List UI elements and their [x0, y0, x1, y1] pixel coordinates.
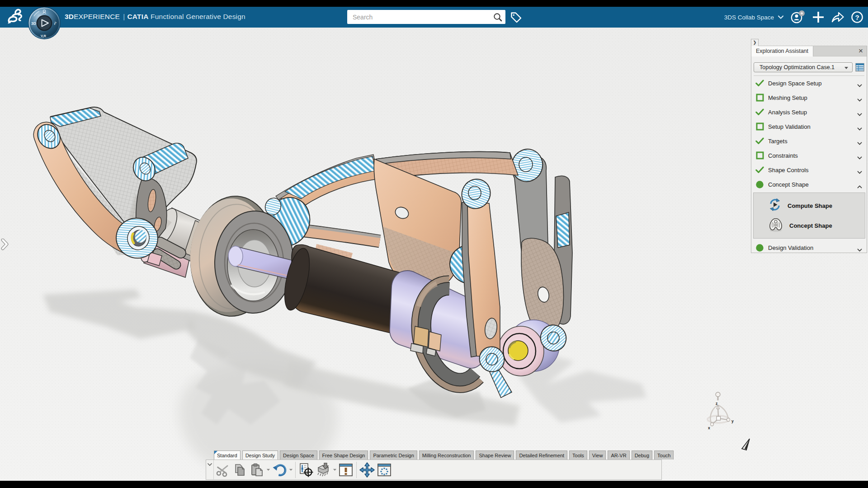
press-stamp-icon[interactable] — [315, 461, 332, 479]
3ds-logo-icon[interactable] — [6, 8, 23, 25]
svg-text:3D: 3D — [31, 21, 36, 26]
add-icon[interactable] — [812, 11, 825, 23]
tab-label: Debug — [635, 453, 649, 458]
compute-shape-icon — [768, 198, 782, 213]
title-bar-actions: 3DS Collab Space ? — [724, 7, 868, 28]
step-label: Analysis Setup — [768, 109, 807, 116]
expand-tree-chevron-icon[interactable] — [1, 239, 10, 250]
step-chevron-down-icon[interactable] — [857, 81, 862, 89]
tab-label: View — [592, 453, 603, 458]
application-title: 3DEXPERIENCE|CATIA Functional Generative… — [65, 13, 245, 21]
tag-icon[interactable] — [509, 11, 523, 24]
step-chevron-up-icon[interactable] — [857, 182, 862, 190]
search-icon[interactable] — [490, 10, 505, 24]
tab-view[interactable]: View — [589, 450, 606, 460]
step-meshing-setup[interactable]: Meshing Setup — [751, 90, 867, 105]
tab-design-space[interactable]: Design Space — [280, 450, 317, 460]
toolbar-separator — [356, 462, 357, 478]
paste-icon[interactable] — [248, 461, 265, 479]
user-icon[interactable] — [790, 10, 806, 24]
step-setup-validation[interactable]: Setup Validation — [751, 119, 867, 134]
toolbar-dropdown-caret-icon[interactable] — [265, 461, 271, 479]
collab-chevron-down-icon[interactable] — [778, 15, 784, 19]
step-analysis-setup[interactable]: Analysis Setup — [751, 105, 867, 119]
step-design-validation[interactable]: Design Validation — [751, 240, 867, 255]
update-parameters-icon[interactable] — [297, 461, 315, 479]
collab-space-selector[interactable]: 3DS Collab Space — [724, 14, 774, 21]
step-label: Design Space Setup — [768, 80, 822, 87]
exploration-assistant-panel: Exploration Assistant × Topology Optimiz… — [751, 46, 867, 253]
step-targets[interactable]: Targets — [751, 134, 867, 148]
step-label: Constraints — [768, 152, 798, 159]
tab-label: Detailed Refinement — [519, 453, 564, 458]
bottom-letterbox — [0, 481, 868, 488]
copy-icon[interactable] — [231, 461, 248, 479]
ambience-window-icon[interactable] — [376, 461, 393, 479]
step-shape-controls[interactable]: Shape Controls — [751, 163, 867, 177]
step-chevron-down-icon[interactable] — [857, 139, 862, 147]
tab-detailed-refinement[interactable]: Detailed Refinement — [516, 450, 567, 460]
subitem-compute-shape[interactable]: Compute Shape — [754, 196, 865, 216]
tab-label: Free Shape Design — [322, 453, 365, 458]
step-chevron-down-icon[interactable] — [857, 168, 862, 176]
brand-3d: 3D — [65, 13, 74, 20]
step-label: Meshing Setup — [768, 94, 807, 101]
bottom-toolbar — [206, 460, 662, 480]
step-chevron-down-icon[interactable] — [857, 153, 862, 161]
subitem-label: Concept Shape — [789, 222, 832, 229]
search-input[interactable] — [347, 14, 490, 21]
step-label: Shape Controls — [768, 167, 809, 174]
data-table-icon[interactable] — [855, 63, 864, 72]
3d-viewport[interactable] — [0, 28, 868, 481]
step-label: Setup Validation — [768, 123, 811, 130]
tab-exploration-assistant[interactable]: Exploration Assistant — [751, 46, 813, 56]
case-dropdown-value: Topology Optimization Case.1 — [760, 64, 835, 70]
active-tab-corner-marker — [214, 451, 217, 454]
step-status-dot-icon — [755, 180, 764, 189]
tab-touch[interactable]: Touch — [654, 450, 674, 460]
tab-design-study[interactable]: Design Study — [242, 450, 278, 460]
alert-dialog-icon[interactable] — [337, 461, 354, 479]
cut-icon[interactable] — [214, 461, 231, 479]
step-label: Design Validation — [768, 244, 813, 251]
toolbar-dropdown-caret-icon[interactable] — [332, 461, 337, 479]
step-constraints[interactable]: Constraints — [751, 148, 867, 163]
tab-tools[interactable]: Tools — [569, 450, 587, 460]
step-status-check-icon — [755, 137, 764, 145]
workflow-steps: Design Space SetupMeshing SetupAnalysis … — [751, 76, 867, 255]
step-chevron-down-icon[interactable] — [857, 124, 862, 132]
step-label: Targets — [768, 138, 788, 145]
concept-shape-submenu: Compute Shape Concept Shape — [753, 192, 865, 239]
tab-ar-vr[interactable]: AR-VR — [608, 450, 629, 460]
tab-parametric-design[interactable]: Parametric Design — [370, 450, 417, 460]
panel-collapse-chevron[interactable]: ❯ — [751, 39, 759, 46]
case-dropdown[interactable]: Topology Optimization Case.1 — [754, 62, 853, 72]
step-chevron-down-icon[interactable] — [857, 95, 862, 103]
undo-icon[interactable] — [271, 461, 288, 479]
step-design-space-setup[interactable]: Design Space Setup — [751, 76, 867, 90]
step-concept-shape[interactable]: Concept Shape — [751, 177, 867, 192]
step-status-box-icon — [755, 151, 764, 160]
step-chevron-down-icon[interactable] — [857, 245, 862, 253]
panel-tab-strip: Exploration Assistant × — [751, 46, 867, 56]
svg-text:V,R: V,R — [41, 34, 46, 38]
toolbar-collapse-chevron-icon[interactable] — [206, 460, 214, 479]
tab-free-shape-design[interactable]: Free Shape Design — [319, 450, 368, 460]
panel-close-icon[interactable]: × — [857, 46, 865, 56]
help-icon[interactable]: ? — [851, 11, 863, 23]
share-icon[interactable] — [831, 11, 844, 23]
case-dropdown-caret-icon — [844, 67, 848, 69]
toolbar-dropdown-caret-icon[interactable] — [288, 461, 293, 479]
tab-standard[interactable]: Standard — [214, 450, 241, 460]
subitem-concept-shape[interactable]: Concept Shape — [754, 216, 865, 235]
tab-milling-reconstruction[interactable]: Milling Reconstruction — [419, 450, 474, 460]
tab-label: Design Space — [283, 453, 314, 458]
tab-label: Touch — [657, 453, 670, 458]
3dexperience-compass-icon[interactable]: 3D i' V,R — [28, 6, 61, 40]
step-chevron-down-icon[interactable] — [857, 110, 862, 118]
pan-arrows-icon[interactable] — [359, 461, 376, 479]
step-status-box-icon — [755, 122, 764, 131]
tab-shape-review[interactable]: Shape Review — [476, 450, 514, 460]
tab-debug[interactable]: Debug — [632, 450, 652, 460]
tab-label: AR-VR — [611, 453, 626, 458]
